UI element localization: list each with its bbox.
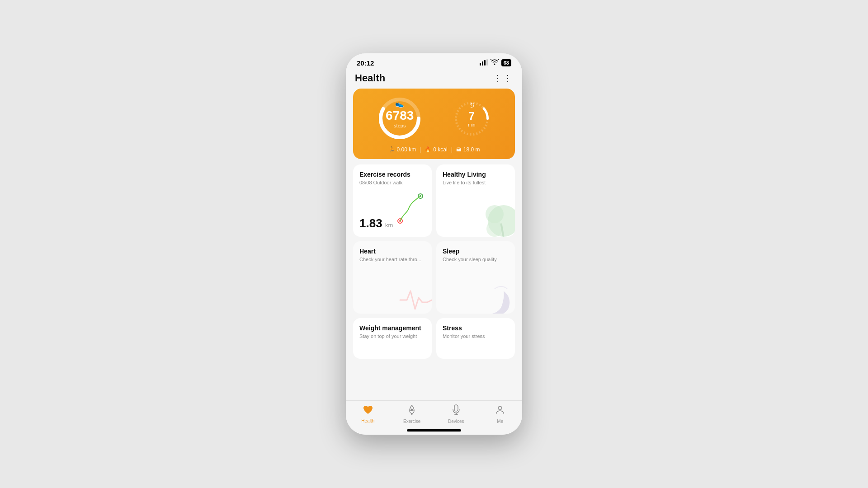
stress-card-subtitle: Monitor your stress [443,333,509,339]
weight-card-subtitle: Stay on top of your weight [359,333,425,339]
heart-card-subtitle: Check your heart rate thro... [359,256,425,263]
heart-card[interactable]: Heart Check your heart rate thro... [353,241,432,314]
sleep-card-title: Sleep [443,248,509,255]
battery-level: 68 [501,59,511,66]
status-bar: 20:12 68 [346,53,522,69]
healthy-living-card[interactable]: Healthy Living Live life to its fullest [436,164,515,237]
svg-rect-20 [454,414,458,415]
home-indicator [346,426,522,435]
exercise-nav-icon [407,404,417,418]
app-header: Health ⋮⋮ [346,69,522,89]
heartrate-decoration [398,284,432,314]
svg-point-14 [486,221,503,237]
svg-point-16 [411,409,413,411]
distance-icon: 🏃 [388,146,395,153]
minutes-ring: ⏱ 7 min [453,99,491,138]
stress-card-title: Stress [443,324,509,332]
svg-rect-3 [486,59,488,66]
weight-card-title: Weight management [359,324,425,332]
exercise-nav-label: Exercise [403,419,420,424]
devices-nav-label: Devices [448,419,464,424]
exercise-card-subtitle: 08/08 Outdoor walk [359,179,425,186]
steps-label: steps [394,123,406,128]
leaf-decoration [479,201,515,237]
floors-value: 18.0 m [463,146,480,153]
devices-nav-icon [451,404,461,418]
health-nav-label: Health [361,418,374,423]
sleep-card-subtitle: Check your sleep quality [443,256,509,263]
nav-exercise[interactable]: Exercise [398,404,425,424]
nav-health[interactable]: Health [354,405,382,423]
sleep-card[interactable]: Sleep Check your sleep quality [436,241,515,314]
svg-rect-18 [454,405,458,411]
home-bar [407,429,461,432]
exercise-distance: 1.83 km [359,216,393,230]
status-icons: 68 [480,59,511,67]
me-nav-label: Me [497,419,503,424]
cards-grid: Exercise records 08/08 Outdoor walk 1.83… [353,164,515,359]
timer-icon: ⏱ [469,102,475,109]
phone-frame: 20:12 68 Health [346,53,522,435]
activity-stats: 🏃 0.00 km | 🔥 0 kcal | 🏔 18.0 m [362,146,506,153]
distance-number: 1.83 [359,216,382,230]
svg-rect-1 [482,61,483,66]
shoe-icon: 👟 [395,99,404,108]
healthy-living-title: Healthy Living [443,171,509,178]
nav-me[interactable]: Me [486,404,514,424]
calories-stat: 🔥 0 kcal [425,146,447,153]
distance-value: 0.00 km [397,146,416,153]
minutes-label: min [468,122,475,127]
heart-card-title: Heart [359,248,425,255]
activity-rings: 👟 6783 steps ⏱ 7 min [362,96,506,141]
svg-point-21 [498,406,502,410]
content-scroll[interactable]: 👟 6783 steps ⏱ 7 min 🏃 [346,89,522,400]
minutes-value: 7 [469,110,475,122]
wifi-icon [491,59,499,67]
exercise-records-card[interactable]: Exercise records 08/08 Outdoor walk 1.83… [353,164,432,237]
bottom-nav: Health Exercise [346,400,522,426]
weight-card[interactable]: Weight management Stay on top of your we… [353,318,432,359]
signal-icon [480,59,488,67]
stress-card[interactable]: Stress Monitor your stress [436,318,515,359]
more-options-icon[interactable]: ⋮⋮ [493,73,513,84]
me-nav-icon [495,404,505,418]
svg-rect-2 [484,60,486,66]
health-nav-icon [363,405,373,418]
activity-card[interactable]: 👟 6783 steps ⏱ 7 min 🏃 [353,89,515,159]
svg-rect-17 [411,413,413,415]
exercise-card-title: Exercise records [359,171,425,178]
svg-rect-0 [480,63,481,66]
steps-ring: 👟 6783 steps [377,96,422,141]
status-time: 20:12 [357,59,374,67]
floors-stat: 🏔 18.0 m [456,146,480,153]
nav-devices[interactable]: Devices [443,404,470,424]
steps-value: 6783 [386,108,414,123]
calories-icon: 🔥 [425,146,431,153]
floors-icon: 🏔 [456,146,462,153]
calories-value: 0 kcal [433,146,447,153]
distance-unit: km [385,222,393,229]
app-title: Health [355,72,385,84]
distance-stat: 🏃 0.00 km [388,146,416,153]
healthy-living-subtitle: Live life to its fullest [443,179,509,186]
exercise-route-map [396,192,427,228]
moon-decoration [481,282,513,314]
